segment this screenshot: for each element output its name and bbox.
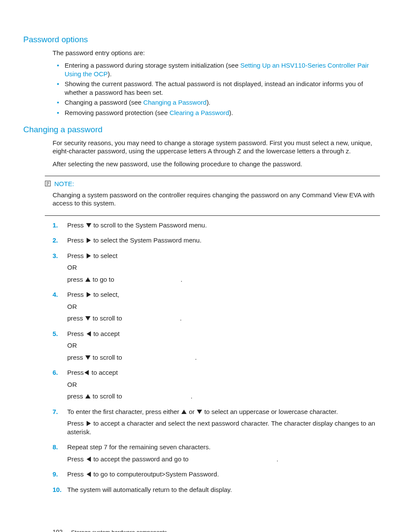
- text: .: [277, 455, 278, 463]
- text: Press: [67, 252, 86, 259]
- step-4: Press to select, OR press to scroll to .: [53, 290, 380, 323]
- text: Press: [67, 221, 86, 229]
- text: to go to: [91, 276, 116, 283]
- right-arrow-icon: [86, 237, 92, 243]
- text: to accept a character and select the nex…: [67, 420, 375, 436]
- para-security: For security reasons, you may need to ch…: [53, 139, 380, 156]
- text: Changing a password (see: [65, 99, 143, 106]
- step-2: Press to select the System Password menu…: [53, 236, 380, 245]
- page-number: 102: [53, 529, 62, 532]
- footer-title: Storage system hardware components: [71, 529, 167, 532]
- text: Removing password protection (see: [65, 109, 169, 116]
- text: to accept: [92, 330, 120, 337]
- step-5: Press to accept OR press to scroll to .: [53, 330, 380, 362]
- up-arrow-icon: [85, 393, 91, 399]
- text: or: [187, 408, 196, 415]
- text: to select,: [92, 291, 119, 298]
- link-clearing-password[interactable]: Clearing a Password: [169, 109, 229, 116]
- text: ).: [206, 99, 210, 106]
- text: .: [181, 276, 182, 283]
- up-arrow-icon: [85, 277, 91, 283]
- para-procedure: After selecting the new password, use th…: [53, 160, 380, 168]
- step-7: To enter the first character, press eith…: [53, 408, 380, 436]
- text: press: [67, 276, 85, 283]
- or-text: OR: [67, 263, 380, 272]
- text: to go to computeroutput>System Password.: [92, 470, 219, 478]
- step-6: Press to accept OR press to scroll to .: [53, 368, 380, 401]
- text: To enter the first character, press eith…: [67, 408, 181, 415]
- text: .: [195, 354, 197, 361]
- text: .: [191, 392, 193, 400]
- text: Press: [67, 420, 86, 427]
- note-body: Changing a system password on the contro…: [53, 191, 380, 208]
- text: press: [67, 392, 85, 400]
- left-arrow-icon: [86, 471, 92, 477]
- text: to scroll to: [91, 392, 124, 400]
- heading-password-options: Password options: [23, 34, 380, 45]
- text: press: [67, 354, 85, 361]
- text: to select: [92, 252, 118, 259]
- text: Press: [67, 236, 86, 244]
- right-arrow-icon: [86, 292, 92, 298]
- text: to accept: [90, 369, 118, 376]
- left-arrow-icon: [84, 370, 90, 376]
- text: to scroll to: [91, 354, 124, 361]
- steps-list: Press to scroll to the System Password m…: [53, 221, 380, 494]
- right-arrow-icon: [86, 420, 92, 426]
- or-text: OR: [67, 380, 380, 389]
- list-item: Changing a password (see Changing a Pass…: [53, 98, 380, 107]
- heading-changing-password: Changing a password: [23, 124, 380, 135]
- down-arrow-icon: [85, 315, 91, 321]
- text: .: [180, 314, 182, 322]
- divider: [45, 215, 380, 216]
- left-arrow-icon: [86, 456, 92, 462]
- or-text: OR: [67, 341, 380, 350]
- text: ).: [108, 70, 112, 78]
- divider: [45, 176, 380, 176]
- page-footer: 102 Storage system hardware components: [23, 528, 380, 532]
- text: The system will automatically return to …: [67, 486, 232, 493]
- left-arrow-icon: [86, 331, 92, 337]
- text: Press: [67, 455, 86, 463]
- down-arrow-icon: [85, 355, 91, 361]
- link-changing-password[interactable]: Changing a Password: [143, 99, 207, 106]
- note-label: NOTE:: [54, 180, 74, 188]
- list-item: Entering a password during storage syste…: [53, 61, 380, 78]
- text: to select the System Password menu.: [92, 236, 202, 244]
- text: press: [67, 314, 85, 322]
- up-arrow-icon: [181, 409, 187, 415]
- note-icon: [45, 180, 52, 187]
- text: to accept the password and go to: [92, 455, 190, 463]
- text: to select an uppercase or lowercase char…: [202, 408, 338, 415]
- intro-text: The password entry options are:: [53, 49, 380, 57]
- or-text: OR: [67, 302, 380, 311]
- text: Press: [67, 291, 86, 298]
- list-item: Showing the current password. The actual…: [53, 80, 380, 96]
- down-arrow-icon: [86, 222, 92, 228]
- text: Press: [67, 330, 86, 337]
- text: ).: [229, 109, 233, 116]
- down-arrow-icon: [196, 409, 202, 415]
- text: Showing the current password. The actual…: [65, 80, 363, 96]
- list-item: Removing password protection (see Cleari…: [53, 109, 380, 117]
- text: Press: [67, 369, 84, 376]
- step-3: Press to select OR press to go to .: [53, 252, 380, 284]
- text: to scroll to: [91, 314, 124, 322]
- step-9: Press to go to computeroutput>System Pas…: [53, 470, 380, 479]
- step-1: Press to scroll to the System Password m…: [53, 221, 380, 230]
- options-list: Entering a password during storage syste…: [53, 61, 380, 117]
- right-arrow-icon: [86, 253, 92, 259]
- text: to scroll to the System Password menu.: [92, 221, 207, 229]
- step-8: Repeat step 7 for the remaining seven ch…: [53, 443, 380, 463]
- step-10: The system will automatically return to …: [53, 485, 380, 494]
- text: Repeat step 7 for the remaining seven ch…: [67, 443, 380, 451]
- text: Press: [67, 470, 86, 478]
- text: Entering a password during storage syste…: [65, 62, 240, 69]
